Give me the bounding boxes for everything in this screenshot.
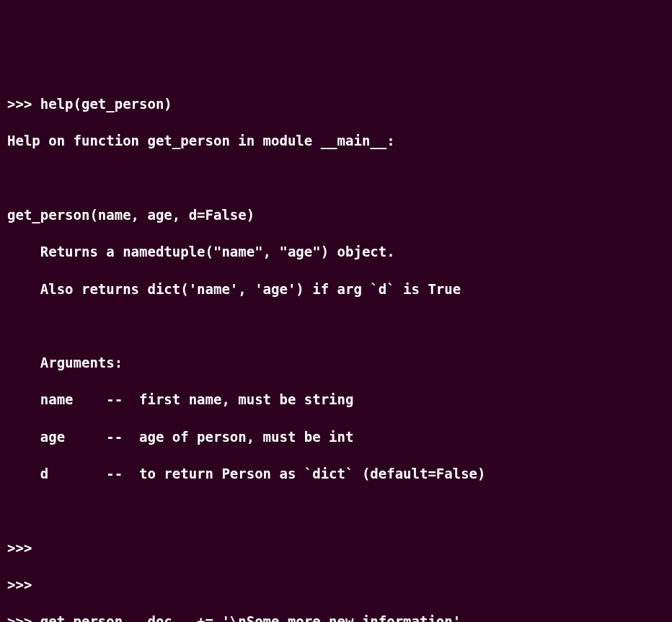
terminal-line: >>> help(get_person) <box>7 95 665 114</box>
terminal-line: Help on function get_person in module __… <box>7 132 665 151</box>
terminal-line: get_person(name, age, d=False) <box>7 206 665 225</box>
terminal-output[interactable]: >>> help(get_person) Help on function ge… <box>7 77 665 622</box>
terminal-line <box>7 169 665 188</box>
terminal-line <box>7 502 665 520</box>
terminal-line <box>7 317 665 336</box>
terminal-line: >>> <box>7 539 665 558</box>
terminal-line: Arguments: <box>7 354 665 373</box>
terminal-line: >>> get_person.__doc__ += '\nSome more n… <box>7 613 665 622</box>
terminal-line: >>> <box>7 576 665 595</box>
terminal-line: name -- first name, must be string <box>7 391 665 409</box>
terminal-line: age -- age of person, must be int <box>7 428 665 447</box>
terminal-line: Returns a namedtuple("name", "age") obje… <box>7 243 665 262</box>
terminal-line: d -- to return Person as `dict` (default… <box>7 465 665 484</box>
terminal-line: Also returns dict('name', 'age') if arg … <box>7 280 665 299</box>
